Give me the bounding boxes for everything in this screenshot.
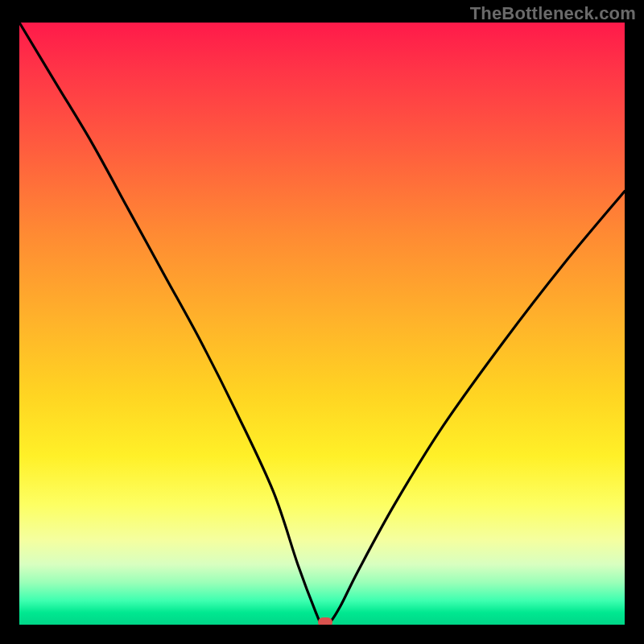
plot-area <box>19 23 625 625</box>
bottleneck-curve-path <box>19 23 625 625</box>
valley-marker <box>318 617 332 625</box>
watermark-text: TheBottleneck.com <box>470 3 636 24</box>
curve-svg <box>19 23 625 625</box>
chart-frame: TheBottleneck.com <box>0 0 644 644</box>
